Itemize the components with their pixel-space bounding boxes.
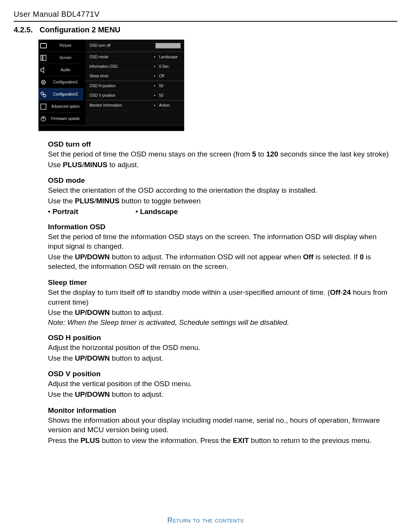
osd-slider (156, 43, 180, 48)
gears-icon (39, 90, 48, 99)
sidebar-item-advanced: Advanced option (38, 101, 83, 113)
osd-footer-bar (38, 125, 184, 131)
content-body: OSD turn off Set the period of time the … (14, 140, 397, 446)
sidebar-item-label: Firmware update (49, 117, 83, 121)
paragraph: Set the period of time the information O… (48, 232, 392, 251)
paragraph: Use the UP/DOWN button to adjust. The in… (48, 252, 392, 272)
osd-row-key: OSD V position (89, 93, 154, 97)
paragraph: Use the UP/DOWN button to adjust. (48, 308, 392, 318)
paragraph: Set the period of time the OSD menu stay… (48, 149, 392, 159)
osd-row-monitor-info: Monitor information • Action (86, 100, 184, 110)
section-heading: 4.2.5.Configuration 2 MENU (14, 26, 397, 34)
svg-marker-10 (42, 117, 45, 119)
sidebar-item-label: Advanced option (49, 104, 83, 109)
osd-row-h-position: OSD H position • 50 (86, 81, 184, 91)
osd-row-value: Action (159, 103, 180, 107)
heading-monitor-information: Monitor information (48, 406, 392, 415)
heading-information-osd: Information OSD (48, 223, 392, 231)
audio-icon (39, 66, 48, 74)
osd-sidebar: Picture Screen Audio (38, 40, 83, 125)
bullet-icon: • (154, 103, 155, 107)
svg-marker-3 (41, 67, 44, 73)
paragraph: Adjust the horizontal position of the OS… (48, 343, 392, 353)
option-landscape: Landscape (135, 208, 223, 216)
sidebar-item-label: Picture (49, 43, 83, 48)
osd-header-label: OSD turn off (89, 43, 156, 48)
osd-row-value: Off (159, 74, 180, 78)
sidebar-item-config1: Configuration1 (38, 76, 83, 88)
screen-icon (39, 54, 48, 62)
paragraph: Shows the information about your display… (48, 415, 392, 435)
paragraph: Set the display to turn itself off to st… (48, 288, 392, 307)
bullet-icon: • (154, 84, 155, 88)
osd-row-value: Landscape (159, 55, 180, 59)
svg-point-6 (41, 92, 44, 94)
paragraph: Select the orientation of the OSD accord… (48, 185, 392, 195)
update-icon (39, 115, 48, 123)
section-number: 4.2.5. (14, 26, 33, 34)
paragraph: Use the PLUS/MINUS button to toggle betw… (48, 196, 392, 206)
svg-rect-1 (41, 55, 42, 61)
osd-row-osd-mode: OSD mode • Landscape (86, 52, 184, 62)
osd-row-value: 0 Sec. (159, 64, 180, 69)
page-footer: Return to the contents (0, 516, 411, 524)
sidebar-item-audio: Audio (38, 64, 83, 76)
sidebar-item-label: Configuration2 (49, 92, 83, 96)
advanced-icon (39, 102, 48, 111)
paragraph: Use the UP/DOWN button to adjust. (48, 390, 392, 399)
sidebar-item-label: Audio (49, 68, 83, 72)
osd-screenshot: Picture Screen Audio (38, 40, 184, 131)
svg-point-7 (43, 94, 46, 97)
osd-row-key: OSD H position (89, 84, 154, 88)
picture-icon (39, 42, 48, 50)
osd-row-info-osd: Information OSD • 0 Sec. (86, 62, 184, 71)
heading-osd-v-position: OSD V position (48, 370, 392, 378)
paragraph: Use the UP/DOWN button to adjust. (48, 353, 392, 363)
osd-row-key: Monitor information (89, 103, 154, 107)
page: User Manual BDL4771V 4.2.5.Configuration… (0, 0, 411, 532)
title-rule (14, 21, 397, 22)
svg-rect-2 (43, 55, 46, 61)
osd-row-sleep-timer: Sleep timer • Off (86, 71, 184, 81)
svg-rect-0 (40, 43, 46, 48)
sidebar-item-config2: Configuration2 (38, 88, 83, 101)
osd-body: Picture Screen Audio (38, 40, 184, 125)
sidebar-item-label: Configuration1 (49, 80, 83, 84)
paragraph: Press the PLUS button to view the inform… (48, 436, 392, 446)
gear-icon (39, 78, 48, 86)
osd-row-v-position: OSD V position • 50 (86, 91, 184, 100)
svg-point-5 (43, 81, 44, 83)
paragraph: Adjust the vertical position of the OSD … (48, 379, 392, 389)
heading-osd-mode: OSD mode (48, 176, 392, 185)
osd-header-row: OSD turn off (86, 40, 184, 52)
bullet-icon: • (154, 74, 155, 78)
sidebar-item-firmware: Firmware update (38, 113, 83, 125)
option-row: Portrait Landscape (48, 206, 392, 216)
return-to-contents-link[interactable]: Return to the contents (167, 516, 244, 524)
osd-row-key: Sleep timer (89, 74, 154, 78)
note-sleep-timer: Note: When the Sleep timer is activated,… (48, 318, 392, 327)
osd-row-key: OSD mode (89, 55, 154, 59)
paragraph: Use PLUS/MINUS to adjust. (48, 160, 392, 170)
heading-sleep-timer: Sleep timer (48, 278, 392, 287)
bullet-icon: • (154, 93, 155, 97)
osd-row-value: 50 (159, 84, 180, 88)
sidebar-item-picture: Picture (38, 40, 83, 52)
osd-row-key: Information OSD (89, 64, 154, 69)
sidebar-item-screen: Screen (38, 52, 83, 64)
section-title-menu: MENU (98, 26, 120, 34)
heading-osd-h-position: OSD H position (48, 334, 392, 342)
section-title-prefix: Configuration 2 (40, 26, 98, 34)
document-title: User Manual BDL4771V (14, 10, 397, 19)
heading-osd-turn-off: OSD turn off (48, 140, 392, 149)
bullet-icon: • (154, 64, 155, 69)
svg-rect-8 (41, 104, 46, 109)
sidebar-item-label: Screen (49, 56, 83, 60)
osd-row-value: 50 (159, 93, 180, 97)
option-portrait: Portrait (48, 208, 135, 216)
bullet-icon: • (154, 55, 155, 59)
osd-main-panel: OSD turn off OSD mode • Landscape Inform… (86, 40, 184, 125)
